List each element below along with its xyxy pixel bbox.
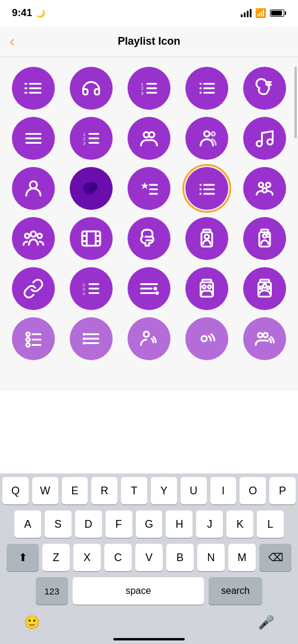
svg-point-100 [83,333,86,336]
icon-dot-wave[interactable] [185,317,228,360]
svg-marker-38 [141,182,148,190]
icon-group3[interactable] [12,217,55,260]
key-i[interactable]: I [210,477,237,504]
key-d[interactable]: D [75,510,102,538]
svg-point-91 [26,333,30,336]
icon-circle-dark[interactable] [70,167,113,210]
key-e[interactable]: E [62,477,88,504]
icon-list-simple[interactable] [12,117,55,160]
svg-point-53 [38,234,42,239]
keyboard: Q W E R T Y U I O P A S D F G H J K L ⬆ … [0,473,298,644]
key-n[interactable]: N [197,544,225,571]
key-h[interactable]: H [166,510,193,538]
key-b[interactable]: B [166,544,194,571]
key-g[interactable]: G [136,510,163,538]
key-o[interactable]: O [240,477,266,504]
key-r[interactable]: R [91,477,117,504]
key-y[interactable]: Y [151,477,177,504]
svg-point-42 [199,184,201,186]
icon-list-circle[interactable] [12,317,55,360]
svg-point-80 [153,287,157,290]
key-s[interactable]: S [45,510,72,538]
keyboard-row-1: Q W E R T Y U I O P [0,473,298,507]
svg-point-34 [267,140,272,145]
svg-point-30 [149,132,154,138]
key-a[interactable]: A [14,510,41,538]
icon-list-adjust[interactable] [128,267,170,310]
key-q[interactable]: Q [2,477,29,504]
emoji-icon[interactable]: 🙂 [24,615,40,630]
icon-music-note[interactable] [243,117,286,160]
icons-area: 123 123 [0,57,298,391]
mic-icon[interactable]: 🎤 [258,615,274,630]
icon-numbered-list[interactable]: 123 [128,67,170,110]
icon-person-wave[interactable] [128,317,170,360]
icon-list-numbered2[interactable]: 123 [70,117,113,160]
icon-list-music[interactable] [12,67,55,110]
svg-point-4 [26,88,27,89]
svg-point-35 [30,181,37,188]
svg-text:3: 3 [83,141,86,145]
key-z[interactable]: Z [42,544,70,571]
icon-list-circle2[interactable] [70,317,113,360]
keyboard-row-2: A S D F G H J K L [0,507,298,540]
key-t[interactable]: T [121,477,147,504]
icon-headphones[interactable] [70,67,113,110]
icon-jar-people[interactable] [185,267,228,310]
svg-text:3: 3 [141,91,143,96]
svg-point-95 [26,343,30,347]
keyboard-row-3: ⬆ Z X C V B N M ⌫ [0,540,298,574]
icon-jar-people2[interactable] [243,267,286,310]
key-f[interactable]: F [105,510,132,538]
svg-point-14 [199,87,201,89]
svg-point-49 [266,182,271,187]
search-key[interactable]: search [209,577,262,605]
key-l[interactable]: L [257,510,284,538]
icon-brain[interactable] [128,217,170,260]
keyboard-row-4: 123 space search [0,574,298,607]
key-p[interactable]: P [269,477,296,504]
back-button[interactable]: ‹ [10,32,15,51]
key-c[interactable]: C [104,544,132,571]
nav-bar: ‹ Playlist Icon [0,26,298,57]
shift-key[interactable]: ⬆ [7,544,39,571]
icon-star-list[interactable] [128,167,170,210]
icon-group-person[interactable] [185,117,228,160]
key-m[interactable]: M [228,544,256,571]
key-j[interactable]: J [196,510,223,538]
delete-key[interactable]: ⌫ [259,544,291,571]
num-key[interactable]: 123 [36,577,68,605]
svg-text:②: ② [82,287,85,291]
svg-rect-82 [200,283,213,297]
svg-point-3 [26,83,27,85]
icon-film-list[interactable] [70,217,113,260]
icon-group-wave[interactable] [243,317,286,360]
svg-point-106 [263,333,268,338]
icon-list-dots[interactable] [185,67,228,110]
key-u[interactable]: U [181,477,207,504]
svg-point-102 [83,342,86,345]
key-x[interactable]: X [73,544,101,571]
icon-numbered-list2[interactable]: ①②③ [70,267,113,310]
icon-chain[interactable] [12,267,55,310]
svg-point-64 [204,234,209,239]
svg-point-16 [199,92,201,94]
key-k[interactable]: K [226,510,253,538]
svg-rect-54 [82,231,100,246]
icon-jar-person[interactable] [185,217,228,260]
icons-grid: 123 123 [8,67,290,360]
icon-jar-person2[interactable] [243,217,286,260]
key-v[interactable]: V [135,544,163,571]
icon-group-music[interactable] [128,117,170,160]
key-w[interactable]: W [32,477,58,504]
icon-brain-music[interactable] [243,67,286,110]
svg-point-81 [155,292,159,295]
icon-list-dots2[interactable] [185,167,228,210]
home-indicator [113,638,185,640]
svg-point-31 [204,131,209,137]
icon-group2[interactable] [243,167,286,210]
icon-person[interactable] [12,167,55,210]
svg-point-67 [263,234,266,238]
svg-point-44 [199,188,201,191]
space-key[interactable]: space [73,577,204,605]
